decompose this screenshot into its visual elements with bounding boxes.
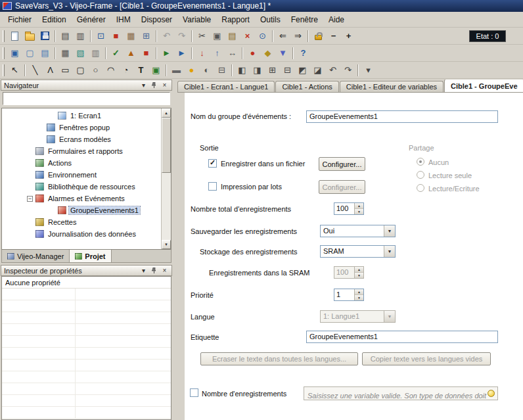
chevron-down-icon[interactable]: ▾ xyxy=(139,81,148,89)
spin-up-icon[interactable]: ▲ xyxy=(355,203,363,209)
tree-item-environnement[interactable]: Environnement xyxy=(3,169,160,181)
undo-button[interactable]: ↶ xyxy=(159,29,174,43)
spin-down-icon[interactable]: ▼ xyxy=(355,209,363,214)
ellipse-tool-button[interactable]: ○ xyxy=(88,63,103,77)
grid-view-button[interactable]: ⊞ xyxy=(139,29,154,43)
bring-to-front-button[interactable]: ◩ xyxy=(295,63,310,77)
tree-item-actions[interactable]: Actions xyxy=(3,157,160,169)
data-log-view-button[interactable]: ▼ xyxy=(275,46,290,60)
arc-tool-button[interactable]: ◠ xyxy=(103,63,118,77)
pie-tool-button[interactable]: ◔ xyxy=(118,63,133,77)
menu-g-n-rer[interactable]: Générer xyxy=(72,13,111,26)
records-count-checkbox[interactable] xyxy=(190,388,198,397)
tree-item-journalisation-des-donn-es[interactable]: Journalisation des données xyxy=(3,228,160,240)
configure-file-button[interactable]: Configurer... xyxy=(319,157,365,171)
runtime-button[interactable]: ► xyxy=(174,46,189,60)
open-project-button[interactable] xyxy=(22,29,37,43)
pointer-tool-button[interactable]: ↖ xyxy=(7,63,22,77)
tree-item-ecrans-mod-les[interactable]: Ecrans modèles xyxy=(3,133,160,145)
close-icon[interactable]: × xyxy=(160,81,169,89)
scroll-down-icon[interactable]: ▼ xyxy=(162,240,171,249)
panel-tab-vijeo-manager[interactable]: Vijeo-Manager xyxy=(2,250,70,262)
rotate-right-button[interactable]: ↷ xyxy=(340,63,355,77)
save-button[interactable] xyxy=(37,29,53,43)
help-button[interactable]: ? xyxy=(296,46,311,60)
chevron-down-icon[interactable]: ▼ xyxy=(384,225,395,237)
toolbar-handle[interactable] xyxy=(3,47,5,59)
etiquette-input[interactable]: GroupeEvenements1 xyxy=(306,331,498,343)
scrollbar-thumb[interactable] xyxy=(162,118,171,173)
cut-button[interactable]: ✂ xyxy=(194,29,210,43)
menu-variable[interactable]: Variable xyxy=(177,13,216,26)
zoom-out-button[interactable]: − xyxy=(326,29,341,43)
align-right-button[interactable]: ◨ xyxy=(250,63,265,77)
menu-aide[interactable]: Aide xyxy=(323,13,350,26)
workspace-button[interactable]: ⊡ xyxy=(93,29,108,43)
switch-part-button[interactable]: ◐ xyxy=(199,63,214,77)
close-icon[interactable]: × xyxy=(160,266,169,275)
tree-scrollbar[interactable]: ▲ ▼ xyxy=(161,108,171,249)
tree-item-groupeevenements1[interactable]: GroupeEvenements1 xyxy=(3,204,160,216)
panel-tab-projet[interactable]: Projet xyxy=(70,250,111,262)
variables-editor-button[interactable]: ▦ xyxy=(58,46,73,60)
tree-collapse-icon[interactable]: − xyxy=(27,196,33,202)
recipe-editor-button[interactable]: ◆ xyxy=(260,46,275,60)
print-preview-button[interactable]: ▥ xyxy=(73,29,88,43)
app-icon[interactable] xyxy=(3,2,12,10)
send-to-back-button[interactable]: ◪ xyxy=(310,63,325,77)
navigate-back-button[interactable]: ⇐ xyxy=(275,29,290,43)
priority-spinner[interactable]: 1 ▲▼ xyxy=(334,289,364,301)
tab-cible1-actions[interactable]: Cible1 - Actions xyxy=(275,81,338,92)
tree-item-formulaires-et-rapports[interactable]: Formulaires et rapports xyxy=(3,145,160,157)
navigate-forward-button[interactable]: ⇒ xyxy=(290,29,306,43)
toolbar-handle[interactable] xyxy=(3,64,5,76)
spin-up-icon[interactable]: ▲ xyxy=(355,289,363,295)
save-to-file-checkbox[interactable] xyxy=(208,159,217,168)
image-tool-button[interactable]: ▣ xyxy=(148,63,164,77)
group-name-input[interactable]: GroupeEvenements1 xyxy=(306,110,498,123)
more-tools-button[interactable]: ▾ xyxy=(361,63,376,77)
connection-button[interactable]: ↔ xyxy=(225,46,240,60)
menu-edition[interactable]: Edition xyxy=(37,13,72,26)
upload-from-target-button[interactable]: ↑ xyxy=(210,46,225,60)
stop-build-button[interactable]: ■ xyxy=(139,46,154,60)
numeric-display-part-button[interactable]: ⊟ xyxy=(214,63,229,77)
tab-cible1-editeur-de-variables[interactable]: Cible1 - Editeur de variables xyxy=(340,81,443,92)
toolbox-button[interactable]: ▦ xyxy=(124,29,139,43)
resource-library-button[interactable]: ▧ xyxy=(73,46,88,60)
chevron-down-icon[interactable]: ▾ xyxy=(139,266,148,275)
storage-dropdown[interactable]: SRAM ▼ xyxy=(320,245,396,258)
new-document-button[interactable] xyxy=(7,29,22,43)
total-records-spinner[interactable]: 100 ▲▼ xyxy=(334,202,364,215)
chevron-down-icon[interactable]: ▼ xyxy=(384,246,395,257)
download-to-target-button[interactable]: ↓ xyxy=(194,46,210,60)
spin-down-icon[interactable]: ▼ xyxy=(355,295,363,300)
rounded-rectangle-tool-button[interactable]: ▢ xyxy=(73,63,88,77)
redo-button[interactable]: ↷ xyxy=(174,29,189,43)
resource-cube-button[interactable]: ■ xyxy=(108,29,124,43)
save-records-dropdown[interactable]: Oui ▼ xyxy=(320,225,396,237)
button-part-button[interactable]: ▬ xyxy=(169,63,184,77)
simulation-button[interactable]: ► xyxy=(159,46,174,60)
tree-item-alarmes-et-ev-nements[interactable]: −Alarmes et Evénements xyxy=(3,193,160,204)
lock-button[interactable] xyxy=(311,29,326,43)
ungroup-objects-button[interactable]: ⊟ xyxy=(280,63,295,77)
rectangle-tool-button[interactable]: ▭ xyxy=(58,63,73,77)
tree-item-recettes[interactable]: Recettes xyxy=(3,216,160,228)
copy-button[interactable]: ▣ xyxy=(210,29,225,43)
zoom-in-button[interactable]: + xyxy=(341,29,356,43)
delete-button[interactable]: × xyxy=(240,29,255,43)
print-button[interactable]: ▤ xyxy=(58,29,73,43)
lamp-part-button[interactable]: ● xyxy=(184,63,199,77)
tree-item-fen-tres-popup[interactable]: Fenêtres popup xyxy=(3,122,160,133)
target-properties-button[interactable]: ▣ xyxy=(7,46,22,60)
align-left-button[interactable]: ◧ xyxy=(235,63,250,77)
paste-button[interactable]: ▤ xyxy=(225,29,240,43)
tree-item-1-ecran1[interactable]: 1: Ecran1 xyxy=(3,110,160,122)
validate-button[interactable]: ✓ xyxy=(108,46,124,60)
alarm-summary-button[interactable]: ● xyxy=(245,46,260,60)
menu-outils[interactable]: Outils xyxy=(255,13,286,26)
rotate-left-button[interactable]: ↶ xyxy=(325,63,340,77)
report-view-button[interactable]: ▥ xyxy=(88,46,103,60)
menu-fichier[interactable]: Fichier xyxy=(3,13,37,26)
